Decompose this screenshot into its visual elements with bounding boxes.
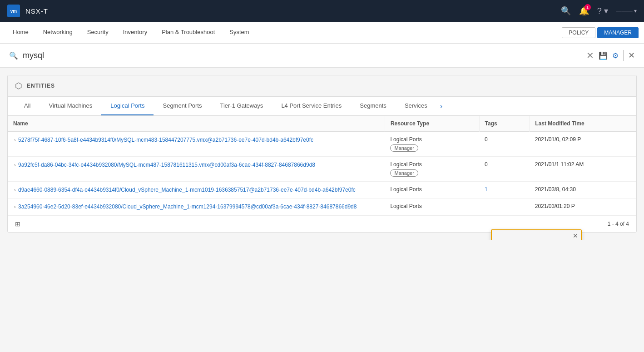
search-icon: 🔍	[9, 51, 18, 60]
table-row: › 3a254960-46e2-5d20-83ef-e4434b932080/C…	[8, 198, 636, 215]
manager-button[interactable]: MANAGER	[597, 27, 639, 38]
notifications-icon[interactable]: 🔔 1	[579, 6, 589, 16]
row4-resource-cell: Logical Ports	[385, 198, 479, 215]
row1-resource-cell: Logical Ports Manager	[385, 132, 479, 157]
table-row: › 9a92fc5f-da86-04bc-34fc-e4434b932080/M…	[8, 157, 636, 182]
row1-name-link[interactable]: 5278f75f-4687-10f6-5a8f-e4434b9314f0/MyS…	[18, 137, 313, 143]
row4-modified-cell: 2021/03/01:20 P	[530, 198, 636, 215]
navbar: Home Networking Security Inventory Plan …	[0, 22, 644, 44]
notification-badge: 1	[585, 4, 591, 10]
tab-segment-ports[interactable]: Segment Ports	[154, 97, 211, 115]
row1-expand-button[interactable]: ›	[13, 136, 17, 144]
row2-manager-badge: Manager	[390, 169, 418, 177]
row3-tag-count[interactable]: 1	[485, 186, 488, 193]
tag-popup: ✕ Scope Tag db mysql	[491, 229, 582, 240]
search-divider	[623, 50, 624, 61]
tab-l4-port-service-entries[interactable]: L4 Port Service Entries	[272, 97, 351, 115]
row4-name-link[interactable]: 3a254960-46e2-5d20-83ef-e4434b932080/Clo…	[18, 203, 357, 210]
tag-popup-close-button[interactable]: ✕	[573, 232, 578, 239]
nav-security[interactable]: Security	[80, 22, 116, 43]
row2-modified-cell: 2021/01/1 11:02 AM	[530, 157, 636, 182]
table-row: › 5278f75f-4687-10f6-5a8f-e4434b9314f0/M…	[8, 132, 636, 157]
row2-tags-cell: 0	[479, 157, 530, 182]
policy-button[interactable]: POLICY	[562, 27, 595, 38]
tab-tier1-gateways[interactable]: Tier-1 Gateways	[211, 97, 272, 115]
row3-name-cell: › d9ae4660-0889-6354-df4a-e4434b9314f0/C…	[8, 182, 385, 198]
close-search-button[interactable]: ✕	[628, 50, 635, 60]
row3-tags-cell: 1	[479, 182, 530, 198]
row2-expand-button[interactable]: ›	[13, 161, 17, 169]
row3-modified-cell: 2021/03/8, 04:30	[530, 182, 636, 198]
col-header-tags: Tags	[479, 116, 530, 132]
results-table-container: Name Resource Type Tags Last Modified Ti…	[8, 116, 636, 215]
user-menu[interactable]: ——— ▾	[616, 8, 637, 14]
search-actions: ✕ 💾 ⚙ ✕	[586, 50, 635, 61]
tab-scroll-right[interactable]: ›	[436, 97, 446, 115]
row1-modified-cell: 2021/01/0, 02:09 P	[530, 132, 636, 157]
nav-system[interactable]: System	[222, 22, 256, 43]
entities-card: ⬡ ENTITIES All Virtual Machines Logical …	[7, 75, 637, 233]
row4-expand-button[interactable]: ›	[13, 203, 17, 210]
row2-resource-cell: Logical Ports Manager	[385, 157, 479, 182]
tab-all[interactable]: All	[15, 97, 40, 115]
entities-header: ⬡ ENTITIES	[8, 75, 636, 97]
row4-name-cell: › 3a254960-46e2-5d20-83ef-e4434b932080/C…	[8, 198, 385, 215]
topbar: vm NSX-T 🔍 🔔 1 ? ▾ ——— ▾	[0, 0, 644, 22]
table-row: › d9ae4660-0889-6354-df4a-e4434b9314f0/C…	[8, 182, 636, 198]
entities-icon: ⬡	[15, 81, 22, 91]
row2-name-cell: › 9a92fc5f-da86-04bc-34fc-e4434b932080/M…	[8, 157, 385, 182]
row2-resource-type: Logical Ports	[390, 161, 474, 168]
save-search-button[interactable]: 💾	[599, 51, 608, 60]
row2-name-link[interactable]: 9a92fc5f-da86-04bc-34fc-e4434b932080/MyS…	[18, 162, 315, 168]
tab-services[interactable]: Services	[396, 97, 436, 115]
col-header-resource-type: Resource Type	[385, 116, 479, 132]
tab-logical-ports[interactable]: Logical Ports	[101, 97, 154, 115]
search-input[interactable]	[23, 51, 582, 60]
main-content: ⬡ ENTITIES All Virtual Machines Logical …	[0, 68, 644, 240]
row4-resource-type: Logical Ports	[390, 203, 474, 209]
topbar-icons: 🔍 🔔 1 ? ▾ ——— ▾	[561, 6, 637, 16]
tag-popup-header: ✕	[492, 230, 581, 240]
search-icon[interactable]: 🔍	[561, 6, 571, 16]
mode-buttons: POLICY MANAGER	[562, 22, 639, 43]
layout-toggle-icon[interactable]: ⊞	[15, 220, 20, 228]
pagination-info: 1 - 4 of 4	[608, 221, 629, 227]
nav-inventory[interactable]: Inventory	[116, 22, 154, 43]
col-header-last-modified: Last Modified Time	[530, 116, 636, 132]
nav-home[interactable]: Home	[5, 22, 36, 43]
clear-search-button[interactable]: ✕	[586, 50, 594, 61]
row1-manager-badge: Manager	[390, 144, 418, 152]
tabs-row: All Virtual Machines Logical Ports Segme…	[8, 97, 636, 116]
nav-networking[interactable]: Networking	[36, 22, 80, 43]
tab-virtual-machines[interactable]: Virtual Machines	[40, 97, 101, 115]
results-table: Name Resource Type Tags Last Modified Ti…	[8, 116, 636, 215]
filter-button[interactable]: ⚙	[612, 51, 619, 60]
row3-name-link[interactable]: d9ae4660-0889-6354-df4a-e4434b9314f0/Clo…	[18, 187, 356, 193]
tab-segments[interactable]: Segments	[351, 97, 396, 115]
row3-expand-button[interactable]: ›	[13, 186, 17, 193]
col-header-name: Name	[8, 116, 385, 132]
row3-resource-type: Logical Ports	[390, 186, 474, 193]
vm-logo: vm	[7, 5, 20, 17]
help-icon[interactable]: ? ▾	[597, 6, 608, 16]
row4-tags-cell	[479, 198, 530, 215]
row1-tags-cell: 0	[479, 132, 530, 157]
row3-resource-cell: Logical Ports	[385, 182, 479, 198]
app-title: NSX-T	[25, 7, 48, 15]
entities-title: ENTITIES	[27, 83, 55, 89]
row1-resource-type: Logical Ports	[390, 136, 474, 143]
search-bar: 🔍 ✕ 💾 ⚙ ✕	[0, 44, 644, 68]
nav-plan-troubleshoot[interactable]: Plan & Troubleshoot	[154, 22, 222, 43]
row1-name-cell: › 5278f75f-4687-10f6-5a8f-e4434b9314f0/M…	[8, 132, 385, 157]
